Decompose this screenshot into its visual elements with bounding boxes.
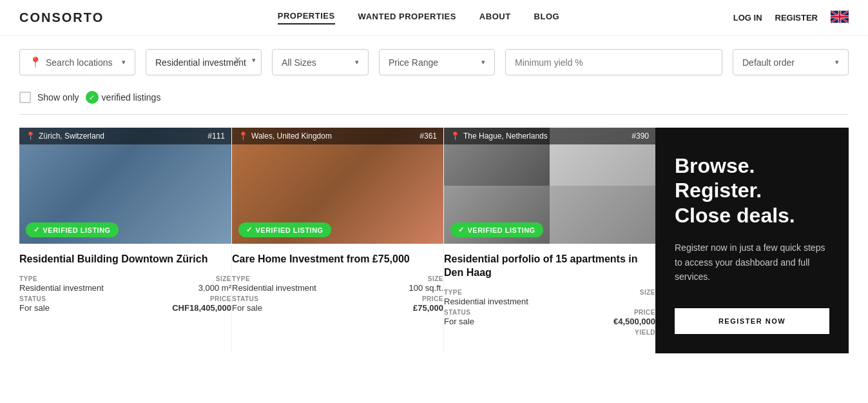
promo-headline: Browse.Register.Close deals.	[675, 153, 829, 228]
price-chevron-icon: ▾	[481, 58, 485, 66]
card-3-collage-br	[550, 186, 655, 244]
card-3-yield-label: YIELD	[553, 329, 655, 336]
verified-check-icon: ✓	[86, 91, 99, 104]
card-3-verified-check: ✓	[458, 226, 465, 234]
cards-grid: 📍 Zürich, Switzerland #111 ✓ VERIFIED LI…	[0, 128, 868, 353]
card-1-verified-check: ✓	[34, 226, 40, 234]
nav-about[interactable]: ABOUT	[479, 12, 511, 24]
card-3-location-text: The Hague, Netherlands	[463, 132, 548, 141]
main-nav: PROPERTIES WANTED PROPERTIES ABOUT BLOG	[278, 11, 559, 25]
order-chevron-icon: ▾	[835, 58, 839, 66]
promo-card: Browse.Register.Close deals. Register no…	[655, 128, 849, 353]
verified-listings-label: verified listings	[102, 92, 161, 103]
card-1-location: 📍 Zürich, Switzerland	[26, 132, 104, 141]
type-filter[interactable]: Residential investment ✕ ▾	[146, 49, 262, 75]
property-card-2[interactable]: 📍 Wales, United Kingdom #361 ✓ VERIFIED …	[231, 128, 443, 353]
card-1-status-label: STATUS	[19, 295, 122, 302]
card-2-status-value: For sale	[232, 303, 334, 313]
register-link[interactable]: REGISTER	[775, 13, 818, 23]
filters-bar: 📍 Search locations ▾ Residential investm…	[0, 36, 868, 88]
card-1-size-label: SIZE	[129, 275, 232, 282]
card-3-title: Residential porfolio of 15 apartments in…	[444, 253, 655, 280]
type-filter-chevron-icon: ▾	[252, 56, 256, 64]
order-filter-label: Default order	[742, 57, 830, 68]
card-3-location: 📍 The Hague, Netherlands	[450, 132, 548, 141]
card-1-image: 📍 Zürich, Switzerland #111 ✓ VERIFIED LI…	[19, 128, 231, 244]
card-1-location-bar: 📍 Zürich, Switzerland #111	[19, 128, 231, 144]
card-2-body: Care Home Investment from £75,000 TYPE R…	[232, 244, 443, 319]
card-1-title: Residential Building Downtown Zürich	[19, 253, 231, 266]
show-only-checkbox[interactable]	[19, 92, 31, 103]
size-filter[interactable]: All Sizes ▾	[272, 49, 369, 75]
card-3-pin-icon: 📍	[450, 132, 460, 141]
card-2-verified-check: ✓	[246, 226, 253, 234]
card-2-verified-badge: ✓ VERIFIED LISTING	[238, 222, 331, 237]
card-2-price-value: £75,000	[341, 303, 443, 313]
card-3-location-bar: 📍 The Hague, Netherlands #390	[444, 128, 655, 144]
property-card-1[interactable]: 📍 Zürich, Switzerland #111 ✓ VERIFIED LI…	[19, 128, 231, 353]
card-3-body: Residential porfolio of 15 apartments in…	[444, 244, 655, 343]
card-3-type-value: Residential investment	[444, 297, 546, 306]
language-flag-icon[interactable]	[831, 10, 849, 25]
section-divider	[19, 114, 849, 115]
yield-filter[interactable]	[505, 49, 722, 75]
card-3-details: TYPE Residential investment SIZE STATUS …	[444, 289, 655, 337]
card-2-title: Care Home Investment from £75,000	[232, 253, 443, 266]
uk-flag-svg	[831, 10, 849, 23]
card-2-location-bar: 📍 Wales, United Kingdom #361	[232, 128, 443, 144]
header: CONSORTO PROPERTIES WANTED PROPERTIES AB…	[0, 0, 868, 36]
nav-right: LOG IN REGISTER	[733, 10, 849, 25]
nav-blog[interactable]: BLOG	[534, 12, 560, 24]
register-btn-text: REGISTER NOW	[719, 317, 786, 325]
card-1-id: #111	[207, 132, 225, 141]
nav-properties[interactable]: PROPERTIES	[278, 11, 335, 25]
card-2-id: #361	[420, 132, 437, 141]
card-1-verified-badge: ✓ VERIFIED LISTING	[26, 222, 119, 237]
card-1-details: TYPE Residential investment SIZE 3,000 m…	[19, 275, 231, 313]
card-2-location: 📍 Wales, United Kingdom	[238, 132, 332, 141]
card-2-image: 📍 Wales, United Kingdom #361 ✓ VERIFIED …	[232, 128, 443, 244]
location-filter[interactable]: 📍 Search locations ▾	[19, 49, 135, 75]
card-1-price-label: PRICE	[129, 295, 232, 302]
order-filter[interactable]: Default order ▾	[733, 49, 849, 75]
card-3-image: 📍 The Hague, Netherlands #390 ✓ VERIFIED…	[444, 128, 655, 244]
property-card-3[interactable]: 📍 The Hague, Netherlands #390 ✓ VERIFIED…	[443, 128, 655, 353]
card-2-status-label: STATUS	[232, 295, 334, 302]
register-now-button[interactable]: REGISTER NOW	[675, 308, 829, 334]
price-filter[interactable]: Price Range ▾	[379, 49, 495, 75]
size-chevron-icon: ▾	[355, 58, 359, 66]
nav-wanted-properties[interactable]: WANTED PROPERTIES	[358, 12, 456, 24]
verified-badge-inline: ✓ verified listings	[86, 91, 161, 104]
card-1-price-value: CHF18,405,000	[129, 303, 232, 313]
card-3-status-value: For sale	[444, 317, 546, 326]
card-2-pin-icon: 📍	[238, 132, 248, 141]
show-only-label: Show only	[37, 92, 79, 103]
card-2-details: TYPE Residential investment SIZE 100 sq.…	[232, 275, 443, 313]
yield-input[interactable]	[515, 57, 713, 68]
card-2-type-label: TYPE	[232, 275, 334, 282]
card-2-size-label: SIZE	[341, 275, 443, 282]
card-3-type-label: TYPE	[444, 289, 546, 296]
verified-row: Show only ✓ verified listings	[0, 88, 868, 114]
price-filter-label: Price Range	[389, 57, 476, 68]
card-1-type-label: TYPE	[19, 275, 122, 282]
location-filter-label: Search locations	[46, 57, 117, 68]
promo-sub: Register now in just a few quick steps t…	[675, 241, 829, 284]
card-1-type-value: Residential investment	[19, 283, 122, 293]
card-2-price-label: PRICE	[341, 295, 443, 302]
card-1-location-text: Zürich, Switzerland	[39, 132, 104, 141]
size-filter-label: All Sizes	[282, 57, 350, 68]
card-3-size-label: SIZE	[553, 289, 655, 296]
type-filter-close-icon[interactable]: ✕	[234, 55, 242, 65]
location-chevron-icon: ▾	[122, 58, 126, 66]
card-3-status-label: STATUS	[444, 309, 546, 316]
logo: CONSORTO	[19, 10, 104, 25]
location-pin-icon: 📍	[29, 56, 42, 68]
card-1-size-value: 3,000 m²	[129, 283, 232, 293]
card-1-body: Residential Building Downtown Zürich TYP…	[19, 244, 231, 319]
card-1-status-value: For sale	[19, 303, 122, 313]
login-link[interactable]: LOG IN	[733, 13, 762, 23]
card-2-type-value: Residential investment	[232, 283, 334, 293]
card-2-size-value: 100 sq.ft.	[341, 283, 443, 293]
card-2-location-text: Wales, United Kingdom	[251, 132, 332, 141]
